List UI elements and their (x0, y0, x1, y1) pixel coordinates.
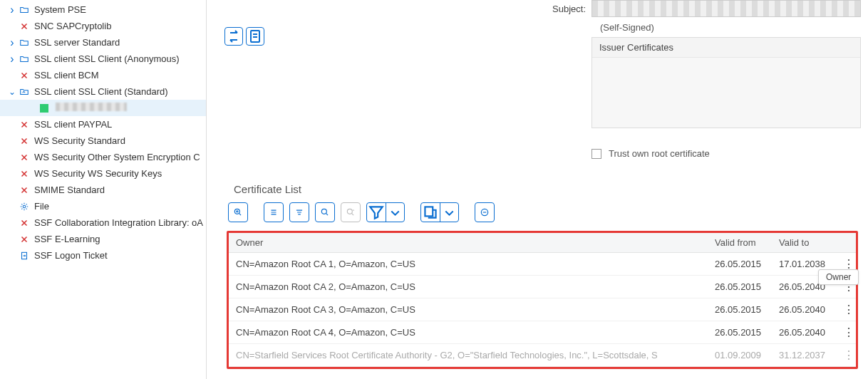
remove-button[interactable] (475, 202, 495, 222)
tree-item-label: WS Security Other System Encryption C (34, 152, 200, 162)
export-icon[interactable] (421, 203, 440, 222)
tree-item-label: SSL client SSL Client (Anonymous) (34, 53, 180, 64)
sort-button[interactable] (289, 202, 309, 222)
export-split-button[interactable] (420, 202, 459, 222)
tree-item-label: System PSE (34, 4, 86, 15)
x-icon (19, 70, 30, 81)
search-in-list-button[interactable] (315, 202, 335, 222)
main-panel: Subject: (Self-Signed) Issuer Certificat… (207, 0, 868, 379)
chevron-right-icon[interactable]: › (7, 38, 17, 48)
tree-item-label: SSF E-Learning (34, 234, 100, 244)
tree-item[interactable]: ›SSL server Standard (0, 34, 206, 51)
tree-item-label (56, 103, 127, 113)
self-signed-label: (Self-Signed) (591, 22, 654, 33)
chevron-down-icon[interactable] (386, 203, 404, 222)
svg-rect-6 (425, 207, 433, 216)
x-icon (19, 185, 30, 196)
x-icon (19, 217, 30, 229)
tree-item[interactable]: SMIME Standard (0, 182, 206, 198)
tree-item[interactable] (0, 100, 206, 116)
col-header-valid-to[interactable]: Valid to (772, 233, 836, 253)
folderlink-icon (19, 86, 30, 98)
document-button[interactable] (246, 27, 264, 46)
cell-valid-to: 26.05.2040 (772, 298, 836, 321)
list-button[interactable] (264, 202, 284, 222)
tree-item[interactable]: WS Security WS Security Keys (0, 165, 206, 182)
navigation-tree: ›System PSESNC SAPCryptolib›SSL server S… (0, 0, 207, 379)
tree-item-label: SNC SAPCryptolib (34, 21, 111, 31)
table-row[interactable]: CN=Starfield Services Root Certificate A… (229, 344, 856, 367)
tree-item[interactable]: ⌄SSL client SSL Client (Standard) (0, 83, 206, 100)
chevron-right-icon[interactable]: › (7, 5, 17, 15)
tree-item[interactable]: WS Security Other System Encryption C (0, 149, 206, 165)
certificate-toolbar (228, 202, 861, 222)
swap-button[interactable] (224, 27, 243, 46)
issuer-certificates-panel: Issuer Certificates (591, 37, 861, 128)
table-row[interactable]: CN=Amazon Root CA 4, O=Amazon, C=US26.05… (229, 321, 856, 344)
x-icon (19, 152, 30, 163)
tree-item-label: SSF Logon Ticket (34, 250, 108, 261)
x-icon (19, 119, 30, 130)
tree-item[interactable]: SSF Collaboration Integration Library: o… (0, 214, 206, 231)
tree-item-label: SSL client BCM (34, 70, 99, 81)
funnel-icon[interactable] (367, 203, 386, 222)
cell-valid-from: 01.09.2009 (708, 344, 772, 367)
tree-item[interactable]: ›SSL client SSL Client (Anonymous) (0, 51, 206, 67)
tree-item-label: SSL server Standard (34, 37, 120, 48)
tree-item[interactable]: SSF E-Learning (0, 231, 206, 247)
zoom-in-button[interactable] (228, 202, 248, 222)
tree-item[interactable]: SNC SAPCryptolib (0, 18, 206, 34)
trust-own-root-checkbox[interactable] (591, 149, 601, 159)
status-ok-icon (40, 103, 51, 114)
cell-valid-from: 26.05.2015 (708, 298, 772, 321)
tree-item-label: SMIME Standard (34, 185, 105, 195)
table-row[interactable]: CN=Amazon Root CA 2, O=Amazon, C=US26.05… (229, 276, 856, 298)
tree-item[interactable]: ›System PSE (0, 1, 206, 18)
certificate-list-title: Certificate List (234, 183, 861, 195)
owner-tooltip: Owner (818, 269, 859, 285)
folder-icon (19, 37, 30, 48)
cell-owner: CN=Starfield Services Root Certificate A… (229, 344, 708, 367)
cell-owner: CN=Amazon Root CA 1, O=Amazon, C=US (229, 253, 708, 276)
chevron-right-icon[interactable]: › (7, 54, 17, 64)
docarrow-icon (19, 250, 30, 261)
tree-item-label: SSF Collaboration Integration Library: o… (34, 217, 203, 228)
table-row[interactable]: CN=Amazon Root CA 3, O=Amazon, C=US26.05… (229, 298, 856, 321)
row-actions-icon[interactable]: ⋮ (836, 344, 856, 367)
col-header-owner[interactable]: Owner (229, 233, 708, 253)
tree-item[interactable]: SSL client BCM (0, 67, 206, 83)
certificate-table[interactable]: Owner Valid from Valid to CN=Amazon Root… (229, 233, 856, 367)
folder-icon (19, 4, 30, 16)
gear-icon (19, 201, 30, 212)
col-header-actions (836, 233, 856, 253)
chevron-down-icon[interactable] (440, 203, 458, 222)
cell-valid-from: 26.05.2015 (708, 253, 772, 276)
search-next-button (341, 202, 361, 222)
tree-item-label: SSL client PAYPAL (34, 119, 112, 130)
row-actions-icon[interactable]: ⋮ (836, 321, 856, 344)
svg-point-0 (23, 205, 26, 208)
cell-valid-from: 26.05.2015 (708, 276, 772, 298)
certificate-table-highlight: Owner Valid from Valid to CN=Amazon Root… (227, 231, 858, 369)
tree-item[interactable]: WS Security Standard (0, 133, 206, 149)
x-icon (19, 234, 30, 245)
filter-split-button[interactable] (366, 202, 405, 222)
cell-owner: CN=Amazon Root CA 4, O=Amazon, C=US (229, 321, 708, 344)
table-row[interactable]: CN=Amazon Root CA 1, O=Amazon, C=US26.05… (229, 253, 856, 276)
x-icon (19, 168, 30, 180)
chevron-down-icon[interactable]: ⌄ (7, 87, 17, 97)
x-icon (19, 135, 30, 147)
tree-item-label: File (34, 201, 49, 212)
tree-item-label: WS Security WS Security Keys (34, 168, 162, 179)
folder-icon (19, 53, 30, 65)
issuer-header: Issuer Certificates (592, 38, 860, 58)
subject-field[interactable] (591, 0, 861, 17)
tree-item[interactable]: File (0, 198, 206, 214)
tree-item[interactable]: SSL client PAYPAL (0, 116, 206, 133)
cell-valid-to: 31.12.2037 (772, 344, 836, 367)
tree-item[interactable]: SSF Logon Ticket (0, 247, 206, 264)
row-actions-icon[interactable]: ⋮ (836, 298, 856, 321)
cell-owner: CN=Amazon Root CA 3, O=Amazon, C=US (229, 298, 708, 321)
trust-own-root-label: Trust own root certificate (609, 148, 710, 159)
col-header-valid-from[interactable]: Valid from (708, 233, 772, 253)
